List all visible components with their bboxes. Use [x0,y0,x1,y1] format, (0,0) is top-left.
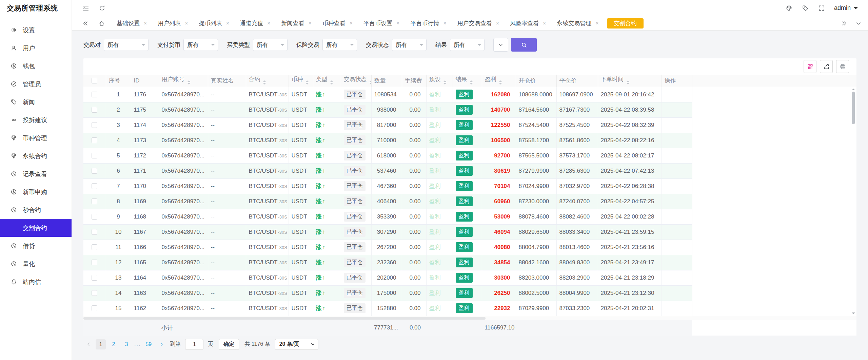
sidebar-item[interactable]: 币种管理 [0,129,72,147]
scroll-down-arrow[interactable] [852,312,855,316]
column-header-type[interactable]: 类型 [313,75,341,87]
tab[interactable]: 永续交易管理× [551,16,604,31]
row-checkbox[interactable] [92,107,97,113]
page-button-2[interactable]: 2 [108,339,119,349]
confirm-button[interactable]: 确定 [219,339,239,350]
filter-select[interactable]: 所有 [183,39,218,51]
sidebar-item[interactable]: 交割合约 [0,219,72,237]
sort-icon[interactable] [499,79,502,86]
tab-close-icon[interactable]: × [595,21,598,26]
refresh-button[interactable] [98,4,106,12]
sidebar-item[interactable]: 投拆建议 [0,111,72,129]
print-button[interactable] [836,60,849,73]
tab-close-icon[interactable]: × [185,21,188,26]
tabs-scroll-left-button[interactable] [82,20,89,27]
row-checkbox[interactable] [92,198,97,204]
tab-close-icon[interactable]: × [144,21,147,26]
filter-select[interactable]: 所有 [253,39,288,51]
sort-icon[interactable] [305,79,309,86]
filter-select[interactable]: 所有 [104,39,149,51]
sort-icon[interactable] [263,79,266,86]
goto-page-input[interactable] [185,339,203,350]
column-header-status[interactable]: 交易状态 [341,75,371,87]
row-checkbox[interactable] [92,214,97,220]
vertical-scrollbar-thumb[interactable] [852,92,855,124]
row-checkbox[interactable] [92,168,97,174]
tab-close-icon[interactable]: × [543,21,546,26]
column-header-account[interactable]: 用户账号 [159,75,208,87]
row-checkbox[interactable] [92,305,97,311]
sidebar-item[interactable]: 新闻 [0,93,72,111]
theme-palette-button[interactable] [785,4,793,12]
sort-icon[interactable] [369,79,372,86]
row-checkbox[interactable] [92,260,97,265]
column-header-contract[interactable]: 合约 [246,75,289,87]
sort-icon[interactable] [626,79,630,86]
user-menu[interactable]: admin [834,4,858,12]
select-all-checkbox[interactable] [92,78,97,83]
sidebar-item[interactable]: 站内信 [0,273,72,291]
tab[interactable]: 用户交易查看× [452,16,505,31]
next-page-button[interactable] [156,339,166,349]
columns-toggle-button[interactable] [804,60,816,73]
tab-close-icon[interactable]: × [443,21,446,26]
tab[interactable]: 新闻查看× [276,16,317,31]
scroll-up-arrow[interactable] [852,87,855,90]
tab[interactable]: 平台币行情× [405,16,452,31]
sidebar-item[interactable]: 管理员 [0,75,72,93]
tab[interactable]: 币种查看× [317,16,358,31]
vertical-scrollbar[interactable] [851,87,855,316]
prev-page-button[interactable] [83,339,94,349]
filter-select[interactable]: 所有 [392,39,427,51]
page-button-59[interactable]: 59 [143,339,154,349]
fullscreen-button[interactable] [818,4,825,12]
tag-button[interactable] [802,4,809,12]
tab-close-icon[interactable]: × [308,21,311,26]
sidebar-item[interactable]: 新币申购 [0,183,72,201]
row-checkbox[interactable] [92,122,97,128]
export-button[interactable] [820,60,833,73]
column-header-result[interactable]: 结果 [453,75,482,87]
filter-expand-button[interactable] [493,38,508,52]
sort-icon[interactable] [470,79,473,86]
page-size-select[interactable]: 20 条/页 [275,339,318,350]
horizontal-scrollbar-thumb[interactable] [83,317,486,320]
tab[interactable]: 通道充值× [235,16,276,31]
sidebar-item[interactable]: 记录查看 [0,165,72,183]
sidebar-item[interactable]: 借贷 [0,237,72,255]
row-checkbox[interactable] [92,153,97,158]
tab[interactable]: 平台币设置× [358,16,405,31]
tab-close-icon[interactable]: × [267,21,270,26]
sidebar-item[interactable]: 秒合约 [0,201,72,219]
sidebar-item[interactable]: 量化 [0,255,72,273]
row-checkbox[interactable] [92,137,97,143]
sort-icon[interactable] [187,79,191,86]
tab[interactable]: 风险率查看× [505,16,551,31]
tab-close-icon[interactable]: × [226,21,229,26]
filter-select[interactable]: 所有 [322,39,357,51]
tab[interactable]: 提币列表× [194,16,235,31]
row-checkbox[interactable] [92,244,97,250]
sort-icon[interactable] [443,79,447,86]
column-header-profit[interactable]: 盈利 [482,75,516,87]
tab-close-icon[interactable]: × [396,21,399,26]
sidebar-collapse-button[interactable] [82,4,90,12]
sidebar-item[interactable]: 用户 [0,39,72,57]
row-checkbox[interactable] [92,183,97,189]
sort-icon[interactable] [330,79,333,86]
tab-active[interactable]: 交割合约 [607,18,644,29]
row-checkbox[interactable] [92,92,97,97]
column-header-preset[interactable]: 预设 [426,75,453,87]
tab-close-icon[interactable]: × [350,21,353,26]
row-checkbox[interactable] [92,229,97,235]
search-button[interactable] [511,38,537,52]
tabs-menu-button[interactable] [855,20,862,27]
tab[interactable]: 基础设置× [111,16,152,31]
tab-close-icon[interactable]: × [496,21,499,26]
sidebar-item[interactable]: 设置 [0,21,72,39]
tab[interactable]: 用户列表× [152,16,193,31]
sidebar-item[interactable]: 钱包 [0,57,72,75]
tabs-scroll-right-button[interactable] [841,20,848,27]
home-tab[interactable] [94,20,109,27]
page-button-1[interactable]: 1 [96,339,106,349]
